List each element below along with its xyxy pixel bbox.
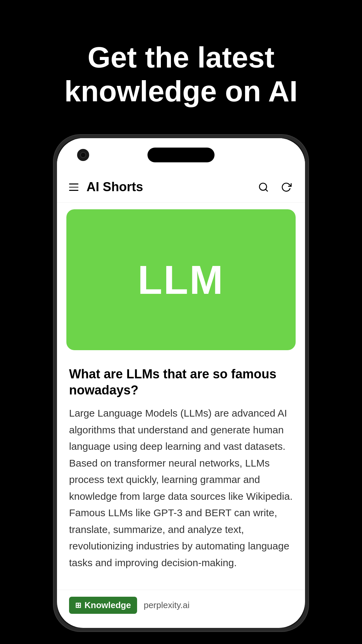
knowledge-tag[interactable]: ⊞ Knowledge: [69, 597, 137, 614]
article-footer: ⊞ Knowledge perplexity.ai: [57, 590, 305, 621]
dynamic-island: [147, 148, 215, 162]
hero-title: Get the latest knowledge on AI: [0, 40, 362, 108]
phone-mockup: AI Shorts: [54, 135, 308, 631]
app-title: AI Shorts: [86, 180, 143, 194]
source-link[interactable]: perplexity.ai: [144, 600, 190, 610]
app-header: AI Shorts: [57, 172, 305, 203]
search-button[interactable]: [257, 180, 270, 194]
header-right: [257, 180, 293, 194]
menu-button[interactable]: [69, 183, 78, 191]
tag-icon: ⊞: [75, 601, 81, 610]
llm-card: LLM: [66, 209, 296, 350]
phone-frame: AI Shorts: [54, 135, 308, 631]
phone-screen: AI Shorts: [57, 138, 305, 628]
article-body: Large Language Models (LLMs) are advance…: [69, 405, 293, 571]
camera-lens: [80, 152, 86, 158]
article-content: What are LLMs that are so famous nowaday…: [57, 357, 305, 590]
header-left: AI Shorts: [69, 180, 143, 194]
phone-top-bar: [57, 138, 305, 172]
llm-card-label: LLM: [138, 257, 225, 303]
svg-line-1: [265, 189, 267, 191]
article-title: What are LLMs that are so famous nowaday…: [69, 366, 293, 398]
refresh-button[interactable]: [280, 180, 293, 194]
tag-label: Knowledge: [84, 600, 131, 610]
camera: [77, 149, 89, 161]
